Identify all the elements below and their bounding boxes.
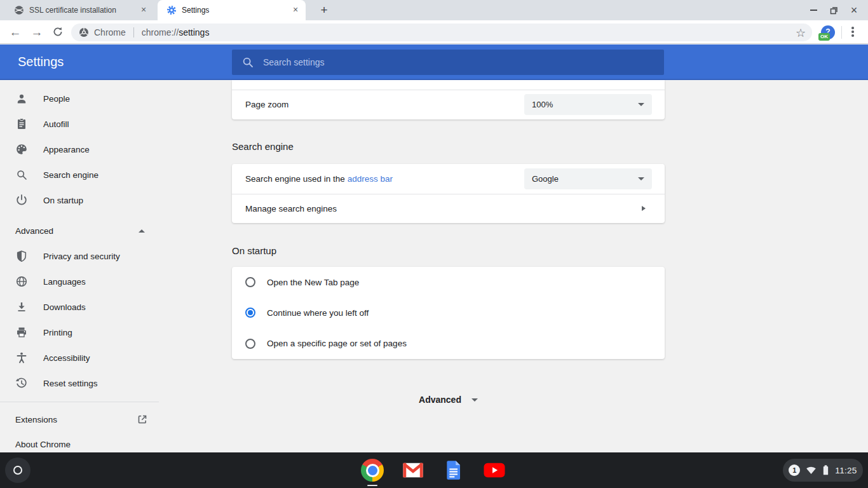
page-zoom-row: Page zoom (245, 90, 288, 119)
sidebar-item-autofill[interactable]: Autofill (0, 111, 159, 137)
chevron-down-icon (638, 177, 644, 180)
sidebar-item-people[interactable]: People (0, 86, 159, 111)
sidebar-item-accessibility[interactable]: Accessibility (0, 345, 159, 370)
palette-icon (15, 143, 28, 156)
sidebar-advanced-toggle[interactable]: Advanced (0, 218, 159, 243)
globe-icon (15, 275, 28, 288)
chevron-right-icon (642, 206, 646, 211)
shelf-app-gmail[interactable] (400, 458, 426, 483)
power-icon (15, 194, 28, 207)
search-placeholder: Search settings (263, 57, 325, 67)
sidebar-item-languages[interactable]: Languages (0, 269, 159, 294)
appearance-card-partial: Page zoom 100% (232, 80, 665, 119)
close-tab-icon[interactable]: × (139, 5, 149, 15)
status-tray[interactable]: 1 11:25 (783, 459, 863, 482)
forward-icon[interactable]: → (31, 26, 43, 39)
shelf-apps (360, 458, 507, 483)
shelf-app-chrome[interactable] (360, 458, 385, 483)
shelf: 1 11:25 (0, 452, 868, 488)
gear-favicon-icon (166, 5, 177, 15)
startup-radio-1[interactable] (245, 308, 255, 318)
sidebar-item-on-startup[interactable]: On startup (0, 187, 159, 213)
section-heading-search-engine: Search engine (232, 141, 294, 152)
sidebar-item-appearance[interactable]: Appearance (0, 137, 159, 162)
browser-menu-icon[interactable] (851, 27, 854, 37)
startup-option-specific-pages[interactable]: Open a specific page or set of pages (232, 329, 665, 359)
search-icon (242, 57, 254, 68)
youtube-icon (483, 459, 506, 482)
chrome-icon (361, 459, 384, 482)
ok-badge: OK (818, 33, 830, 41)
settings-header: Settings Search settings (0, 44, 868, 80)
minimize-window-icon[interactable] (803, 0, 824, 20)
docs-icon (444, 459, 464, 481)
url-separator (133, 27, 134, 37)
on-startup-card: Open the New Tab page Continue where you… (232, 267, 665, 359)
download-icon (15, 301, 28, 313)
chevron-down-icon (471, 398, 478, 402)
search-icon (15, 168, 28, 181)
active-app-indicator (367, 485, 377, 487)
back-icon[interactable]: ← (9, 26, 22, 39)
globe-favicon-icon (14, 5, 24, 15)
gmail-icon (402, 459, 424, 481)
search-engine-select[interactable]: Google (524, 168, 652, 189)
tab-title: SSL certificate installation (29, 6, 133, 15)
address-bar-link[interactable]: address bar (348, 174, 393, 184)
chrome-page-icon (79, 27, 89, 37)
notification-count-badge: 1 (789, 464, 800, 476)
tab-strip: SSL certificate installation × Settings … (0, 0, 868, 20)
battery-icon (822, 464, 829, 476)
close-window-icon[interactable]: × (844, 0, 864, 20)
row-divider (232, 90, 665, 90)
advanced-expand-button[interactable]: Advanced (232, 391, 665, 408)
sidebar-item-extensions[interactable]: Extensions (0, 407, 159, 432)
reload-icon[interactable] (52, 26, 65, 39)
startup-option-continue[interactable]: Continue where you left off (232, 297, 665, 328)
tab-ssl-certificate[interactable]: SSL certificate installation × (5, 0, 154, 20)
close-tab-icon[interactable]: × (290, 5, 301, 15)
profile-avatar[interactable]: ? OK (821, 25, 835, 39)
toolbar-divider (841, 26, 842, 39)
person-icon (15, 92, 28, 105)
window-controls: × (803, 0, 864, 20)
tab-title: Settings (182, 6, 285, 15)
sidebar-item-printing[interactable]: Printing (0, 320, 159, 345)
url-text: chrome://settings (142, 27, 210, 37)
launcher-button[interactable] (5, 458, 31, 483)
bookmark-star-icon[interactable]: ☆ (796, 26, 806, 40)
startup-radio-0[interactable] (245, 277, 255, 287)
sidebar-item-privacy[interactable]: Privacy and security (0, 243, 159, 269)
chevron-down-icon (638, 103, 644, 106)
external-link-icon (136, 413, 149, 426)
clock-time: 11:25 (835, 466, 857, 475)
printer-icon (15, 326, 28, 339)
section-heading-on-startup: On startup (232, 245, 276, 256)
restore-window-icon[interactable] (824, 0, 844, 20)
shelf-app-youtube[interactable] (482, 458, 507, 483)
page-zoom-select[interactable]: 100% (524, 94, 652, 115)
url-app-label: Chrome (94, 27, 126, 37)
sidebar-item-search-engine[interactable]: Search engine (0, 162, 159, 187)
chromebook-screen: SSL certificate installation × Settings … (0, 0, 868, 488)
startup-option-new-tab[interactable]: Open the New Tab page (232, 267, 665, 297)
tab-settings[interactable]: Settings × (158, 0, 306, 20)
manage-search-engines-row[interactable]: Manage search engines (232, 194, 665, 223)
shelf-app-docs[interactable] (441, 458, 466, 483)
search-engine-card: Search engine used in the address bar Go… (232, 164, 665, 223)
chevron-up-icon (139, 229, 145, 233)
wifi-icon (806, 466, 817, 475)
new-tab-button[interactable]: + (316, 3, 332, 18)
page-title: Settings (18, 44, 64, 79)
settings-search-input[interactable]: Search settings (232, 50, 664, 75)
omnibox-url-bar[interactable]: Chrome chrome://settings (71, 24, 812, 41)
reset-icon (15, 377, 28, 390)
sidebar-item-reset[interactable]: Reset settings (0, 370, 159, 396)
accessibility-icon (15, 351, 28, 364)
startup-radio-2[interactable] (245, 339, 255, 349)
autofill-icon (15, 118, 28, 130)
launcher-circle-icon (13, 466, 22, 475)
sidebar-item-downloads[interactable]: Downloads (0, 294, 159, 320)
sidebar-divider (0, 402, 159, 402)
shield-icon (15, 250, 28, 262)
